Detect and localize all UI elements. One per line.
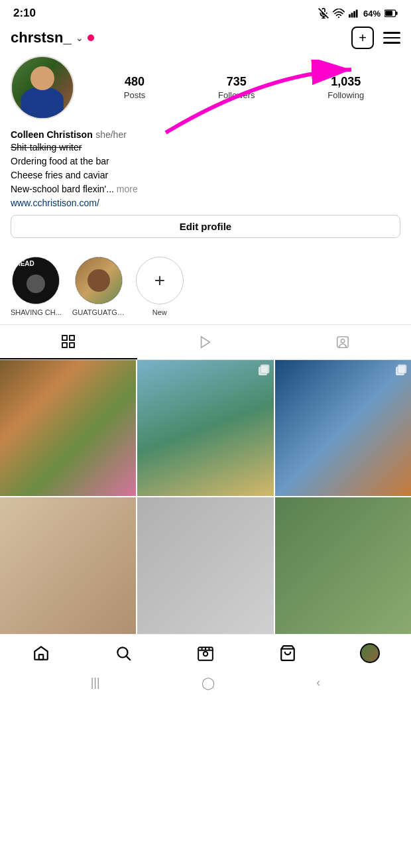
- svg-rect-25: [39, 654, 44, 660]
- svg-rect-11: [62, 336, 67, 340]
- shop-icon: [279, 645, 296, 662]
- avatar-image: [12, 57, 73, 118]
- story-label-new: New: [152, 308, 167, 316]
- mute-icon: [318, 8, 329, 19]
- header-icons: +: [351, 27, 400, 49]
- svg-rect-4: [349, 15, 351, 18]
- bio-section: Colleen Christison she/her Shit-talking …: [11, 129, 400, 208]
- nav-profile[interactable]: [354, 641, 386, 665]
- followers-stat[interactable]: 735 Followers: [218, 75, 255, 101]
- following-count: 1,035: [327, 75, 364, 89]
- svg-point-26: [117, 647, 127, 657]
- photo-grid: [0, 360, 411, 634]
- photo-cell-6[interactable]: [275, 497, 411, 633]
- svg-point-29: [204, 651, 208, 656]
- svg-rect-12: [70, 336, 74, 340]
- profile-section: 480 Posts 735 Followers 1,035 Following …: [0, 56, 411, 247]
- svg-point-17: [341, 339, 345, 343]
- posts-stat[interactable]: 480 Posts: [124, 75, 146, 101]
- home-icon: [32, 645, 50, 662]
- svg-rect-10: [385, 11, 392, 16]
- header: chrstsn_ ⌄ +: [0, 24, 411, 56]
- nav-shop[interactable]: [272, 641, 304, 665]
- photo-cell-1[interactable]: [0, 360, 136, 496]
- photo-cell-4[interactable]: [0, 497, 136, 633]
- stories-section: HEAD SHAVING CH... GUATGUATGU... + New: [0, 247, 411, 324]
- tab-grid[interactable]: [0, 325, 137, 359]
- avatar: [11, 56, 74, 119]
- add-post-button[interactable]: +: [351, 27, 374, 49]
- story-label-1: SHAVING CH...: [11, 308, 62, 316]
- status-time: 2:10: [13, 7, 36, 20]
- menu-line-3: [383, 42, 400, 44]
- story-item-new[interactable]: + New: [136, 257, 184, 316]
- svg-rect-5: [351, 13, 353, 17]
- svg-rect-6: [353, 11, 355, 18]
- battery-icon: [384, 9, 398, 17]
- bio-line-1: Shit-talking writer: [11, 141, 400, 155]
- story-circle-1: HEAD: [12, 257, 60, 304]
- story-circle-2: [75, 257, 123, 304]
- photo-cell-3[interactable]: [275, 360, 411, 496]
- hamburger-menu-button[interactable]: [383, 32, 400, 44]
- tab-tagged[interactable]: [274, 325, 411, 359]
- battery-text: 64%: [363, 9, 381, 19]
- story-item-2[interactable]: GUATGUATGU...: [72, 257, 125, 316]
- edit-profile-button[interactable]: Edit profile: [11, 215, 400, 238]
- posts-label: Posts: [124, 90, 146, 100]
- photo-cell-5[interactable]: [137, 497, 273, 633]
- following-label: Following: [327, 90, 364, 100]
- play-icon: [198, 335, 213, 349]
- signal-icon: [349, 9, 359, 18]
- following-stat[interactable]: 1,035 Following: [327, 75, 364, 101]
- header-left: chrstsn_ ⌄: [11, 29, 94, 46]
- tagged-icon: [335, 335, 350, 349]
- svg-point-3: [338, 17, 339, 18]
- profile-avatar-nav: [360, 643, 380, 663]
- svg-rect-14: [70, 343, 74, 347]
- nav-home[interactable]: [25, 641, 57, 665]
- photo-cell-2[interactable]: [137, 360, 273, 496]
- avatar-container[interactable]: [11, 56, 74, 119]
- menu-line-1: [383, 32, 400, 34]
- dropdown-arrow-icon[interactable]: ⌄: [76, 32, 84, 43]
- sys-nav-back[interactable]: |||: [91, 676, 100, 690]
- system-nav: ||| ◯ ‹: [0, 670, 411, 698]
- sys-nav-recents[interactable]: ‹: [316, 676, 320, 690]
- followers-label: Followers: [218, 90, 255, 100]
- menu-line-2: [383, 37, 400, 39]
- tab-reels[interactable]: [137, 325, 274, 359]
- bio-line-1-text: Shit-talking writer: [11, 142, 82, 153]
- bio-line-4: New-school bard flexin'... more: [11, 182, 400, 196]
- nav-search[interactable]: [107, 641, 139, 665]
- bio-line-2: Ordering food at the bar: [11, 155, 400, 168]
- bio-pronouns: she/her: [95, 129, 127, 140]
- bio-line-3: Cheese fries and caviar: [11, 168, 400, 182]
- bio-more-link[interactable]: more: [117, 184, 138, 194]
- svg-rect-7: [356, 9, 358, 17]
- status-icons: 64%: [318, 8, 398, 19]
- bottom-nav: [0, 634, 411, 670]
- bio-link[interactable]: www.cchristison.com/: [11, 198, 400, 208]
- story-item-1[interactable]: HEAD SHAVING CH...: [11, 257, 62, 316]
- nav-reels[interactable]: [190, 641, 221, 665]
- svg-rect-9: [396, 12, 398, 15]
- profile-top: 480 Posts 735 Followers 1,035 Following: [11, 56, 400, 119]
- svg-rect-22: [398, 365, 406, 373]
- story-add-icon: +: [154, 271, 165, 290]
- bio-display-name: Colleen Christison: [11, 129, 93, 140]
- story-label-2: GUATGUATGU...: [72, 308, 125, 316]
- profile-stats: 480 Posts 735 Followers 1,035 Following: [88, 75, 400, 101]
- search-icon: [115, 645, 132, 662]
- svg-rect-13: [62, 343, 67, 347]
- svg-rect-19: [261, 365, 269, 373]
- reels-icon: [197, 645, 214, 662]
- tab-bar: [0, 324, 411, 360]
- followers-count: 735: [218, 75, 255, 89]
- username: chrstsn_: [11, 29, 72, 46]
- svg-line-27: [127, 656, 131, 660]
- sys-nav-home[interactable]: ◯: [202, 676, 215, 690]
- status-bar: 2:10 64%: [0, 0, 411, 24]
- posts-count: 480: [124, 75, 146, 89]
- story-add-button[interactable]: +: [136, 257, 184, 304]
